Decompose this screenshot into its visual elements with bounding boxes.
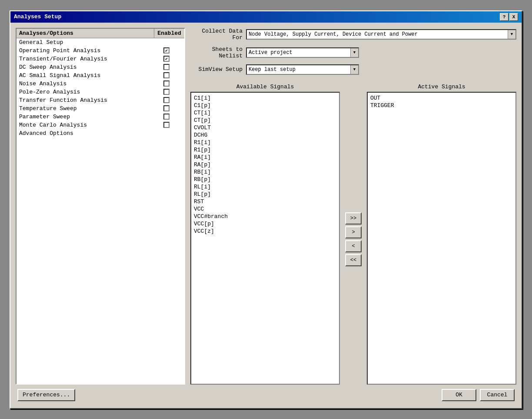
list-item[interactable]: Transient/Fourier Analysis: [17, 55, 184, 63]
available-signal-item[interactable]: RST: [193, 198, 337, 205]
available-signal-item[interactable]: C1[i]: [193, 94, 337, 102]
checkbox[interactable]: [163, 122, 170, 128]
available-signal-item[interactable]: RB[p]: [193, 176, 337, 183]
available-signal-item[interactable]: RA[p]: [193, 161, 337, 168]
title-bar-buttons: ? X: [500, 13, 518, 21]
available-signal-item[interactable]: CVOLT: [193, 124, 337, 131]
left-panel: Analyses/Options Enabled General SetupOp…: [16, 28, 185, 385]
simview-select[interactable]: Keep last setup ▼: [246, 64, 359, 75]
available-signals-list[interactable]: C1[i]C1[p]CT[i]CT[p]CVOLTDCHGR1[i]R1[p]R…: [190, 92, 340, 385]
list-item-label: Advanced Options: [19, 130, 151, 137]
collect-dropdown-arrow[interactable]: ▼: [508, 30, 515, 39]
simview-label: SimView Setup: [190, 66, 243, 73]
checkbox[interactable]: [163, 89, 170, 95]
available-signal-item[interactable]: DCHG: [193, 131, 337, 139]
sheets-select[interactable]: Active project ▼: [246, 47, 359, 58]
list-item-check-cell: [151, 64, 182, 70]
add-all-button[interactable]: >>: [345, 212, 362, 225]
help-button[interactable]: ?: [500, 13, 509, 21]
checkbox[interactable]: [163, 64, 170, 70]
list-item[interactable]: Pole-Zero Analysis: [17, 88, 184, 96]
active-signal-item[interactable]: OUT: [369, 94, 514, 102]
checkbox[interactable]: [163, 56, 170, 62]
close-button[interactable]: X: [509, 13, 518, 21]
available-signal-item[interactable]: R1[p]: [193, 146, 337, 154]
add-one-button[interactable]: >: [345, 226, 362, 238]
available-signal-item[interactable]: RB[i]: [193, 168, 337, 176]
cancel-button[interactable]: Cancel: [480, 389, 515, 401]
collect-label: Collect Data For: [190, 28, 243, 41]
right-panel: Collect Data For Node Voltage, Supply Cu…: [190, 28, 516, 385]
col-enabled-header: Enabled: [154, 29, 184, 38]
list-item-label: Noise Analysis: [19, 80, 151, 87]
sheets-label: Sheets to Netlist: [190, 46, 243, 59]
checkbox[interactable]: [163, 114, 170, 120]
list-item[interactable]: DC Sweep Analysis: [17, 63, 184, 71]
list-item[interactable]: General Setup: [17, 38, 184, 47]
simview-dropdown-arrow[interactable]: ▼: [350, 65, 358, 74]
simview-row: SimView Setup Keep last setup ▼: [190, 64, 516, 75]
sheets-netlist-row: Sheets to Netlist Active project ▼: [190, 46, 516, 59]
list-item-check-cell: [151, 105, 182, 111]
collect-select[interactable]: Node Voltage, Supply Current, Device Cur…: [246, 29, 516, 40]
list-item[interactable]: Monte Carlo Analysis: [17, 121, 184, 129]
available-signal-item[interactable]: VCC[z]: [193, 228, 337, 235]
remove-all-button[interactable]: <<: [345, 254, 362, 266]
available-signal-item[interactable]: R1[i]: [193, 139, 337, 146]
list-item-label: Monte Carlo Analysis: [19, 122, 151, 128]
checkbox[interactable]: [163, 80, 170, 87]
bottom-right-buttons: OK Cancel: [442, 389, 515, 401]
list-item-label: General Setup: [19, 39, 151, 46]
available-signal-item[interactable]: C1[p]: [193, 102, 337, 109]
available-signal-item[interactable]: CT[p]: [193, 117, 337, 124]
title-bar: Analyses Setup ? X: [10, 11, 522, 23]
checkbox[interactable]: [163, 97, 170, 103]
available-signals-panel: Available Signals C1[i]C1[p]CT[i]CT[p]CV…: [190, 84, 340, 385]
list-item-label: DC Sweep Analysis: [19, 64, 151, 70]
list-item[interactable]: Advanced Options: [17, 129, 184, 137]
list-item-check-cell: [151, 97, 182, 103]
available-signal-item[interactable]: VCC: [193, 205, 337, 213]
list-item[interactable]: Transfer Function Analysis: [17, 96, 184, 104]
checkbox[interactable]: [163, 105, 170, 111]
active-signal-item[interactable]: TRIGGER: [369, 102, 514, 109]
list-item-label: Transient/Fourier Analysis: [19, 56, 151, 62]
list-item-check-cell: [151, 47, 182, 54]
collect-value: Node Voltage, Supply Current, Device Cur…: [247, 31, 508, 37]
list-item[interactable]: AC Small Signal Analysis: [17, 71, 184, 80]
signals-area: Available Signals C1[i]C1[p]CT[i]CT[p]CV…: [190, 84, 516, 385]
available-signals-title: Available Signals: [190, 84, 340, 90]
available-signal-item[interactable]: RL[i]: [193, 183, 337, 191]
available-signal-item[interactable]: CT[i]: [193, 109, 337, 117]
available-signal-item[interactable]: RL[p]: [193, 191, 337, 198]
list-item-label: Pole-Zero Analysis: [19, 89, 151, 95]
active-signals-panel: Active Signals OUTTRIGGER: [367, 84, 516, 385]
list-item[interactable]: Temperature Sweep: [17, 104, 184, 113]
remove-one-button[interactable]: <: [345, 240, 362, 252]
list-item-check-cell: [151, 72, 182, 78]
preferences-button[interactable]: Preferences...: [17, 389, 75, 401]
analyses-items-container: General SetupOperating Point AnalysisTra…: [17, 38, 184, 137]
ok-button[interactable]: OK: [442, 389, 476, 401]
window-title: Analyses Setup: [14, 13, 61, 20]
sheets-value: Active project: [247, 50, 350, 56]
available-signal-item[interactable]: RA[i]: [193, 154, 337, 161]
list-item-label: Temperature Sweep: [19, 105, 151, 112]
list-item[interactable]: Parameter Sweep: [17, 113, 184, 121]
col-analyses-header: Analyses/Options: [17, 29, 154, 38]
list-item-check-cell: [151, 89, 182, 95]
list-item[interactable]: Noise Analysis: [17, 80, 184, 88]
active-signals-title: Active Signals: [367, 84, 516, 90]
list-item[interactable]: Operating Point Analysis: [17, 47, 184, 55]
collect-data-row: Collect Data For Node Voltage, Supply Cu…: [190, 28, 516, 41]
available-signal-item[interactable]: VCC[p]: [193, 220, 337, 228]
list-item-label: Transfer Function Analysis: [19, 97, 151, 104]
sheets-dropdown-arrow[interactable]: ▼: [350, 48, 358, 57]
analyses-list: Analyses/Options Enabled General SetupOp…: [16, 28, 185, 385]
checkbox[interactable]: [163, 47, 170, 54]
list-item-check-cell: [151, 122, 182, 128]
active-signals-list[interactable]: OUTTRIGGER: [367, 92, 516, 385]
checkbox[interactable]: [163, 72, 170, 78]
available-signal-item[interactable]: VCC#branch: [193, 213, 337, 220]
list-item-check-cell: [151, 56, 182, 62]
